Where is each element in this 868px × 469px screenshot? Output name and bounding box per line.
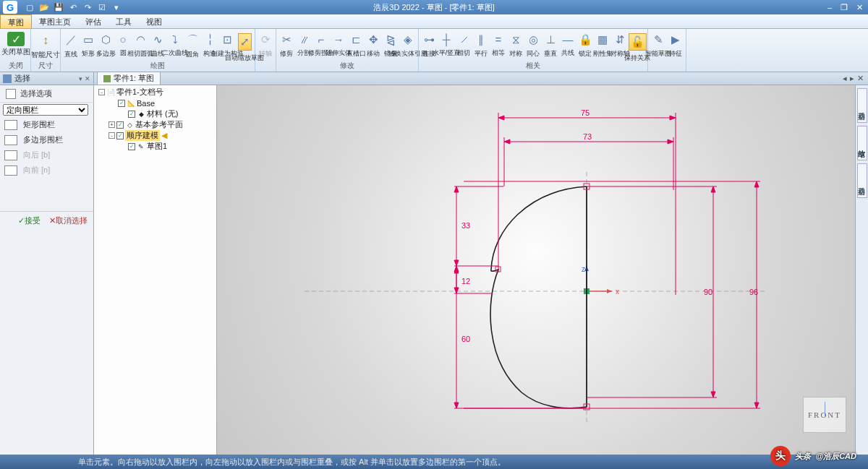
ribbon-对称[interactable]: ⧖对称 [507,30,524,59]
menu-评估[interactable]: 评估 [78,14,109,28]
svg-text:x: x [616,288,619,296]
ribbon-垂直[interactable]: ⊥垂直 [542,30,559,59]
title-bar: G ▢ 📂 💾 ↶ ↷ ☑ ▾ 浩辰3D 2022 - 草图 - [零件1: 草… [0,0,868,14]
selection-panel-title: 选择 [14,73,30,84]
qat-redo[interactable]: ↷ [81,1,94,13]
tree-node-零件1-文档号[interactable]: -📄零件1-文档号 [95,87,215,98]
window-controls: – ❐ ✕ [825,3,865,12]
min-button[interactable]: – [825,3,834,12]
dim-75[interactable]: 75 [581,108,590,117]
ribbon-保持关系[interactable]: 🔓保持关系 [629,30,646,59]
menu-草图主页[interactable]: 草图主页 [32,14,78,28]
close-button[interactable]: ✕ [854,3,865,12]
watermark-icon: 头 [770,446,791,466]
doc-tab-icon [103,75,111,82]
menu-草图[interactable]: 草图 [0,14,32,28]
ribbon-平行[interactable]: ∥平行 [472,30,490,59]
ribbon-延伸实体[interactable]: →延伸实体 [330,30,347,59]
selection-panel-header: 选择 ▾ ✕ [0,72,93,85]
ribbon-刚性集[interactable]: ▦刚性集 [594,30,611,59]
ribbon-圆角[interactable]: ⌒圆角 [184,30,201,59]
right-sidebar: 启动器缩放缩放启动器 [855,85,868,455]
fence-option-多边形围栏[interactable]: 多边形围栏 [0,132,93,147]
ribbon-水平/竖直[interactable]: ┼水平/竖直 [438,30,455,59]
svg-marker-22 [668,139,673,144]
dim-60[interactable]: 60 [461,335,470,343]
max-button[interactable]: ❐ [838,3,850,12]
ribbon-相等[interactable]: =相等 [490,30,507,59]
fence-option-矩形围栏[interactable]: 矩形围栏 [0,117,93,132]
ribbon-修剪[interactable]: ✂修剪 [278,30,295,59]
qat-more[interactable]: ▾ [110,1,123,13]
tree-node-顺序建模[interactable]: -✓顺序建模 ◀ [95,130,215,141]
rightbar-启动器[interactable]: 启动器 [857,163,867,198]
dim-33[interactable]: 33 [461,221,470,230]
ribbon-共线[interactable]: —共线 [559,30,576,59]
tree-node-草图1[interactable]: ✓✎草图1 [95,141,215,152]
ribbon-特征[interactable]: ▶特征 [667,30,684,59]
svg-marker-45 [454,403,459,408]
ribbon-相切圆弧[interactable]: ◠相切圆弧 [132,30,149,59]
options-footer: ✓接受 ✕取消选择 [0,211,93,230]
ribbon-智能尺寸[interactable]: ↕智能尺寸 [33,30,59,59]
ribbon-关闭草图[interactable]: ✓关闭草图 [3,30,29,56]
accept-button[interactable]: ✓接受 [15,215,43,227]
ribbon-直槽口[interactable]: ⊏直槽口 [347,30,365,59]
svg-marker-32 [711,392,715,397]
ribbon-锁定[interactable]: 🔒锁定 [576,30,594,59]
window-title: 浩辰3D 2022 - 草图 - [零件1: 草图] [373,2,494,13]
tab-prev-icon[interactable]: ◂ [843,74,847,83]
main-area: 零件1: 草图 ◂ ▸ ✕ ✓ -📄零件1-文档号✓📐Base✓◆材料 (无)+… [94,72,868,455]
ribbon-多边形[interactable]: ⬡多边形 [97,30,114,59]
app-logo[interactable]: G [3,1,17,14]
ribbon-相切[interactable]: ⟋相切 [455,30,472,59]
rightbar-缩放缩放[interactable]: 缩放缩放 [857,126,867,160]
dim-73[interactable]: 73 [583,132,592,141]
rightbar-启动器[interactable]: 启动器 [857,88,867,123]
svg-marker-21 [504,139,510,144]
qat-save[interactable]: 💾 [52,1,65,13]
sketch-canvas[interactable]: x z [217,85,855,455]
cancel-button[interactable]: ✕取消选择 [46,215,90,227]
tab-close-icon[interactable]: ✕ [857,74,864,83]
ribbon-二次曲线[interactable]: ⤵二次曲线 [166,30,184,59]
ribbon-智能草图[interactable]: ✎智能草图 [650,30,667,59]
tree-node-材料 (无)[interactable]: ✓◆材料 (无) [95,108,215,119]
tab-nav: ◂ ▸ ✕ [843,74,868,83]
qat-print[interactable]: ☑ [95,1,109,13]
dim-96[interactable]: 96 [749,288,758,296]
menu-工具[interactable]: 工具 [109,14,139,28]
dim-12[interactable]: 12 [461,277,470,285]
qat-open[interactable]: 📂 [38,1,51,13]
ribbon-直线[interactable]: ／直线 [62,30,80,59]
ribbon-同心[interactable]: ◎同心 [524,30,542,59]
watermark: 头 头条 @浩辰CAD [770,446,856,466]
tree-node-基本参考平面[interactable]: +✓◇基本参考平面 [95,119,215,130]
qat-new[interactable]: ▢ [23,1,36,13]
svg-marker-27 [754,403,759,408]
view-cube[interactable]: FRONT [803,397,846,433]
panel-pin-icon[interactable]: ▾ ✕ [79,75,90,82]
ribbon-转换实体引用[interactable]: ◈转换实体引用 [399,30,417,59]
document-tab[interactable]: 零件1: 草图 [97,72,161,85]
quick-access-toolbar: ▢ 📂 💾 ↶ ↷ ☑ ▾ [23,1,123,13]
status-bar: 单击元素。向右拖动以放入围栏内，向左拖动以放入围栏内或与围栏重叠，或按 Alt … [0,455,868,469]
ribbon-矩形[interactable]: ▭矩形 [80,30,97,59]
fence-mode-select[interactable]: 定向围栏 [3,104,88,116]
ribbon-group-rel: ⊶连接┼水平/竖直⟋相切∥平行=相等⧖对称◎同心⊥垂直—共线🔒锁定▦刚性集⇵对称… [419,29,648,72]
dim-90[interactable]: 90 [704,288,712,296]
ribbon-移动[interactable]: ✥移动 [365,30,382,59]
ribbon-group-dim: ↕智能尺寸尺寸 [31,29,61,72]
qat-undo[interactable]: ↶ [67,1,80,13]
tree-node-Base[interactable]: ✓📐Base [95,98,215,108]
ribbon-group-sm: ✎智能草图▶特征 [648,29,686,72]
options-header: 选择选项 [0,85,93,103]
feature-tree: ✓ -📄零件1-文档号✓📐Base✓◆材料 (无)+✓◇基本参考平面-✓顺序建模… [94,85,217,455]
ribbon-转轴[interactable]: ⟳转轴 [257,30,274,59]
document-tab-strip: 零件1: 草图 ◂ ▸ ✕ [94,72,868,85]
tab-next-icon[interactable]: ▸ [850,74,854,83]
menu-视图[interactable]: 视图 [139,14,169,28]
ribbon-group-tan: ⟳转轴 [255,29,276,72]
watermark-brand: @浩辰CAD [815,451,856,462]
ribbon-自动缩放草图[interactable]: ⤢自动缩放草图 [236,30,253,59]
